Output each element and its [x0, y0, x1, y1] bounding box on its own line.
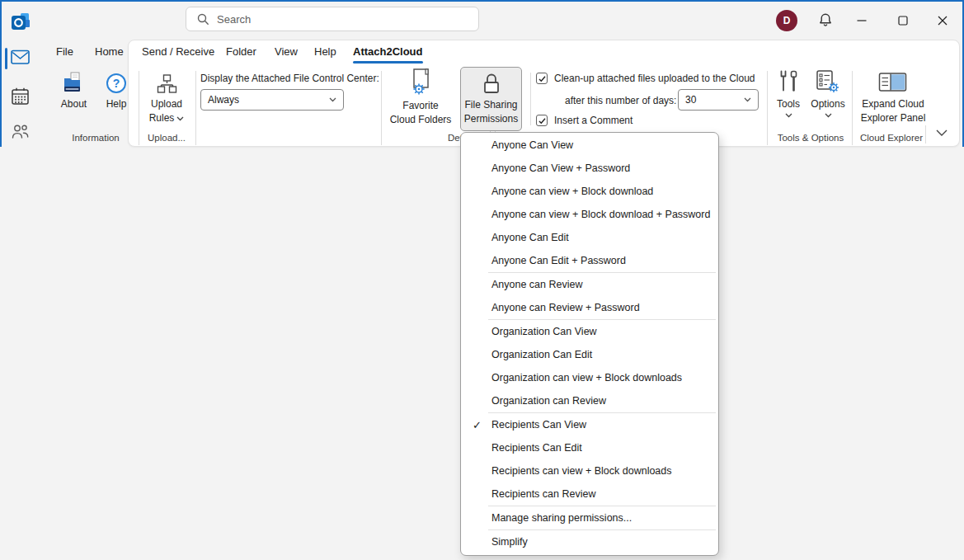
options-button[interactable]: Options [806, 68, 849, 118]
ribbon-tab-strip: FileHomeSend / ReceiveFolderViewHelpAtta… [0, 40, 964, 64]
tab-home[interactable]: Home [95, 40, 124, 64]
upload-rules-label-line2: Rules [149, 111, 185, 125]
chevron-down-icon [935, 129, 948, 137]
menu-item-label: Organization Can Edit [491, 349, 592, 360]
chevron-down-icon [329, 97, 336, 102]
panel-expand-icon [878, 68, 908, 94]
cleanup-checkbox[interactable] [536, 73, 548, 84]
attach2cloud-logo-icon [63, 68, 85, 94]
tab-help[interactable]: Help [314, 40, 336, 64]
menu-item-label: Organization can view + Block downloads [491, 372, 682, 384]
avatar[interactable]: D [776, 10, 797, 31]
file-sharing-permissions-button[interactable]: File Sharing Permissions [460, 67, 522, 131]
check-icon: ✓ [461, 419, 491, 431]
group-separator [530, 73, 531, 125]
options-label: Options [811, 97, 844, 111]
tab-file[interactable]: File [56, 40, 73, 64]
favorite-label-line1: Favorite [402, 99, 438, 113]
menu-item-label: Anyone can view + Block download [491, 186, 653, 197]
days-combobox[interactable]: 30 [678, 89, 759, 111]
tab-view[interactable]: View [275, 40, 298, 64]
menu-item-label: Organization can Review [491, 395, 606, 407]
menu-item[interactable]: Anyone can Review + Password [461, 296, 718, 319]
group-label-upload: Upload... [132, 133, 201, 143]
chevron-down-icon [744, 97, 751, 102]
close-icon [938, 16, 948, 26]
menu-item[interactable]: Organization can view + Block downloads [461, 366, 718, 389]
menu-item[interactable]: Recipients can view + Block downloads [461, 459, 718, 482]
insert-comment-checkbox-row[interactable]: Insert a Comment [536, 115, 632, 126]
menu-item[interactable]: Organization Can View [461, 320, 718, 343]
group-separator [381, 71, 382, 145]
days-value: 30 [685, 94, 744, 106]
menu-item[interactable]: Organization can Review [461, 389, 718, 412]
tab-send-receive[interactable]: Send / Receive [142, 40, 214, 64]
display-control-combobox[interactable]: Always [200, 89, 344, 111]
window-border-top [0, 0, 964, 2]
menu-item[interactable]: Anyone can Review [461, 273, 718, 296]
insert-comment-label: Insert a Comment [554, 115, 632, 126]
menu-item[interactable]: ✓Recipients Can View [461, 413, 718, 436]
menu-item[interactable]: Anyone Can Edit [461, 226, 718, 249]
help-button[interactable]: ? Help [96, 68, 136, 111]
menu-item[interactable]: Anyone can view + Block download + Passw… [461, 203, 718, 226]
menu-item-label: Anyone can view + Block download + Passw… [491, 209, 710, 220]
notifications-button[interactable] [815, 10, 836, 31]
upload-rules-button[interactable]: Upload Rules [140, 68, 193, 125]
options-icon [816, 68, 840, 94]
menu-item-label: Recipients Can View [491, 419, 586, 431]
tab-attach2cloud[interactable]: Attach2Cloud [353, 40, 423, 64]
display-control-value: Always [208, 94, 329, 106]
insert-comment-checkbox[interactable] [536, 115, 548, 126]
menu-item-label: Anyone can Review [491, 279, 582, 290]
sidebar-item-people[interactable] [0, 124, 40, 139]
menu-item[interactable]: Anyone Can View + Password [461, 157, 718, 180]
maximize-button[interactable] [891, 10, 915, 31]
tab-folder[interactable]: Folder [226, 40, 256, 64]
search-input[interactable] [217, 13, 468, 26]
menu-item-label: Recipients Can Edit [491, 442, 582, 454]
file-sharing-permissions-menu: Anyone Can ViewAnyone Can View + Passwor… [460, 132, 719, 556]
upload-rules-label-line1: Upload [151, 97, 182, 111]
search-box[interactable] [186, 7, 479, 31]
tools-label: Tools [777, 97, 800, 111]
menu-item-label: Simplify [491, 536, 528, 548]
menu-item[interactable]: Anyone Can Edit + Password [461, 249, 718, 272]
group-label-tools-options: Tools & Options [763, 133, 858, 143]
menu-item[interactable]: Recipients can Review [461, 482, 718, 506]
menu-item-label: Manage sharing permissions... [491, 512, 632, 524]
maximize-icon [898, 16, 908, 26]
menu-item-label: Recipients can Review [491, 488, 595, 500]
outlook-logo-icon [10, 12, 31, 33]
menu-item[interactable]: Simplify [461, 530, 718, 553]
menu-item[interactable]: Recipients Can Edit [461, 436, 718, 459]
favorite-cloud-folders-icon [407, 66, 434, 96]
favorite-label-line2: Cloud Folders [390, 113, 452, 127]
expand-cloud-explorer-button[interactable]: Expand Cloud Explorer Panel [856, 68, 930, 125]
display-control-label: Display the Attached File Control Center… [200, 73, 379, 84]
file-sharing-label-line1: File Sharing [464, 98, 517, 112]
group-label-cloud-explorer: Cloud Explorer [849, 133, 933, 143]
menu-item[interactable]: Manage sharing permissions... [461, 506, 718, 529]
tools-button[interactable]: Tools [770, 68, 806, 118]
calendar-icon [12, 87, 29, 105]
help-icon: ? [106, 68, 127, 94]
sidebar-item-calendar[interactable] [0, 87, 40, 105]
chevron-down-icon [785, 113, 792, 118]
menu-item[interactable]: Anyone Can View [461, 134, 718, 157]
close-button[interactable] [930, 10, 955, 31]
chevron-down-icon [825, 113, 832, 118]
help-label: Help [106, 97, 127, 111]
upload-rules-icon [156, 68, 178, 94]
menu-item[interactable]: Organization Can Edit [461, 343, 718, 366]
menu-item[interactable]: Anyone can view + Block download [461, 180, 718, 203]
collapse-ribbon-button[interactable] [935, 129, 948, 137]
about-button[interactable]: About [52, 68, 96, 111]
minimize-button[interactable] [849, 10, 874, 31]
cleanup-checkbox-row[interactable]: Clean-up attached files uploaded to the … [536, 73, 755, 84]
menu-item-label: Anyone Can View [491, 139, 573, 151]
expand-label-line1: Expand Cloud [862, 97, 924, 111]
people-icon [11, 124, 30, 139]
menu-item-label: Recipients can view + Block downloads [491, 465, 672, 477]
favorite-cloud-folders-button[interactable]: Favorite Cloud Folders [383, 66, 458, 127]
